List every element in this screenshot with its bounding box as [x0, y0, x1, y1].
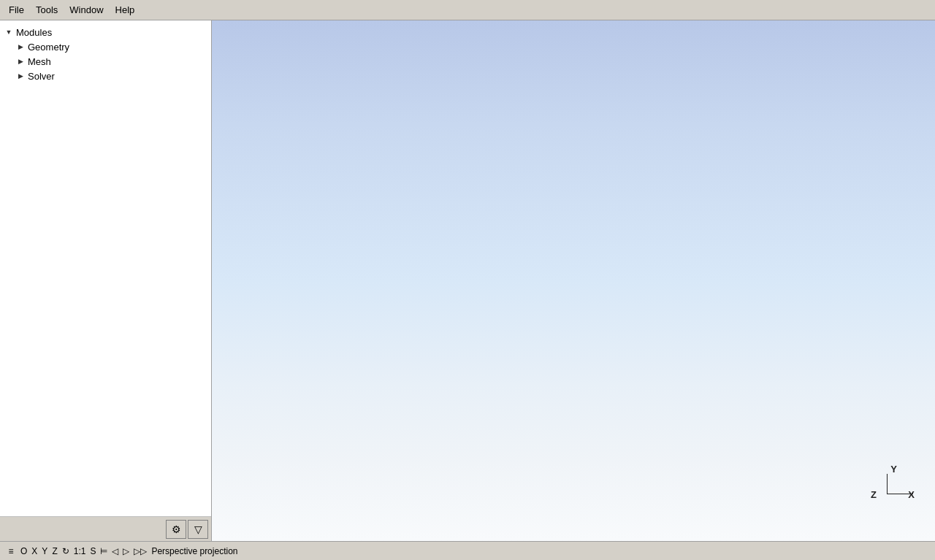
viewport[interactable]: Y Z X: [212, 20, 935, 541]
axis-indicator: Y Z X: [871, 464, 915, 500]
module-tree: ▼ Modules ▶ Geometry ▶ Mesh ▶ Solver: [0, 20, 211, 516]
statusbar: ≡ O X Y Z ↻ 1:1 S ⊨ ◁ ▷ ▷▷ Perspective p…: [0, 541, 935, 560]
filter-button[interactable]: ▽: [188, 520, 208, 539]
status-z[interactable]: Z: [52, 546, 57, 556]
status-o[interactable]: O: [20, 546, 27, 556]
filter-icon: ▽: [194, 523, 202, 535]
chevron-right-icon-solver: ▶: [15, 70, 26, 82]
nav-first[interactable]: ⊨: [100, 546, 107, 556]
nav-next[interactable]: ▷: [123, 546, 129, 556]
chevron-right-icon-mesh: ▶: [15, 55, 26, 67]
chevron-down-icon: ▼: [3, 26, 15, 38]
menubar: File Tools Window Help: [0, 0, 935, 20]
menu-icon[interactable]: ≡: [4, 545, 18, 558]
status-x[interactable]: X: [31, 546, 37, 556]
tree-item-geometry[interactable]: ▶ Geometry: [12, 39, 211, 54]
axis-y-label: Y: [890, 464, 897, 475]
status-projection: Perspective projection: [151, 546, 237, 556]
status-s: S: [90, 546, 96, 556]
menu-file[interactable]: File: [3, 3, 30, 17]
status-scale: 1:1: [74, 546, 86, 556]
modules-label: Modules: [16, 27, 52, 38]
axis-x-label: X: [908, 489, 915, 500]
tree-item-modules[interactable]: ▼ Modules: [0, 25, 211, 39]
chevron-right-icon: ▶: [15, 41, 26, 53]
status-y[interactable]: Y: [42, 546, 47, 556]
nav-prev[interactable]: ◁: [112, 546, 118, 556]
gear-icon: ⚙: [172, 523, 181, 535]
menu-tools[interactable]: Tools: [30, 3, 64, 17]
menu-window[interactable]: Window: [64, 3, 109, 17]
main-area: ▼ Modules ▶ Geometry ▶ Mesh ▶ Solver ⚙: [0, 20, 935, 541]
axis-z-label: Z: [871, 489, 877, 500]
gear-button[interactable]: ⚙: [166, 520, 186, 539]
mesh-label: Mesh: [28, 56, 51, 67]
sidebar: ▼ Modules ▶ Geometry ▶ Mesh ▶ Solver ⚙: [0, 20, 212, 541]
solver-label: Solver: [28, 71, 55, 82]
tree-item-mesh[interactable]: ▶ Mesh: [12, 54, 211, 69]
axis-vertical-line: [887, 474, 888, 494]
status-rotate[interactable]: ↻: [62, 546, 69, 556]
nav-last[interactable]: ▷▷: [134, 546, 147, 556]
menu-help[interactable]: Help: [110, 3, 141, 17]
sidebar-toolbar: ⚙ ▽: [0, 516, 211, 541]
tree-item-solver[interactable]: ▶ Solver: [12, 69, 211, 83]
geometry-label: Geometry: [28, 42, 69, 53]
